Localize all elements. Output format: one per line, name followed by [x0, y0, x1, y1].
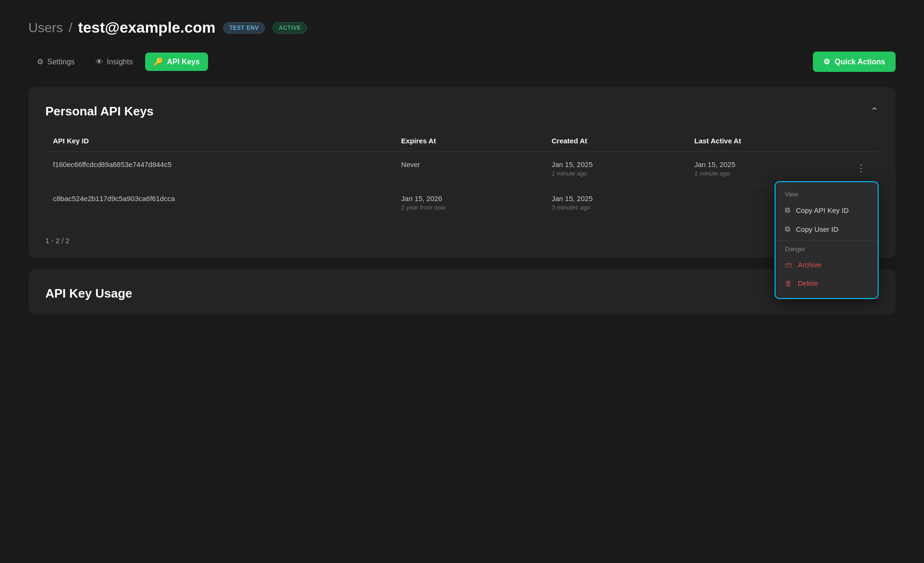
table-row: c8bac524e2b117d9c5a903ca6f61dcca Jan 15,… — [45, 186, 879, 220]
tab-api-keys-label: API Keys — [167, 58, 200, 66]
copy-icon-2: ⧉ — [785, 225, 790, 233]
collapse-button[interactable]: ⌃ — [870, 106, 879, 118]
quick-actions-button[interactable]: ⚙ Quick Actions — [813, 52, 896, 72]
expires-cell: Jan 15, 2026 1 year from now — [393, 186, 544, 220]
status-badge: ACTIVE — [272, 22, 307, 34]
pagination-row: 1 - 2 / 2 › — [45, 227, 879, 245]
copy-api-key-id-label: Copy API Key ID — [796, 206, 849, 214]
page-header: Users / test@example.com TEST ENV ACTIVE — [28, 19, 896, 36]
row-menu-button-1[interactable]: ⋮ — [852, 160, 871, 176]
personal-api-keys-title: Personal API Keys — [45, 104, 154, 119]
api-key-usage-title: API Key Usage — [45, 286, 132, 301]
breadcrumb-parent: Users — [28, 20, 63, 35]
copy-api-key-id-item[interactable]: ⧉ Copy API Key ID — [776, 201, 878, 220]
delete-label: Delete — [798, 279, 818, 287]
table-row: f160ec66ffcdcd89a6853e7447d844c5 Never J… — [45, 152, 879, 186]
created-cell: Jan 15, 2025 3 minutes ago — [544, 186, 687, 220]
context-menu-view-label: View — [776, 188, 878, 201]
api-key-id-cell: f160ec66ffcdcd89a6853e7447d844c5 — [45, 152, 393, 186]
card-header: Personal API Keys ⌃ — [45, 104, 879, 119]
row-menu-cell: ⋮ — [844, 152, 879, 186]
created-cell: Jan 15, 2025 1 minute ago — [544, 152, 687, 186]
env-badge: TEST ENV — [223, 22, 265, 34]
settings-icon: ⚙ — [37, 57, 44, 66]
personal-api-keys-card: Personal API Keys ⌃ API Key ID Expires A… — [28, 87, 896, 258]
delete-item[interactable]: 🗑 Delete — [776, 274, 878, 292]
context-menu-divider — [776, 240, 878, 241]
quick-actions-label: Quick Actions — [835, 58, 885, 66]
archive-icon: 🗃 — [785, 261, 792, 269]
nav-row: ⚙ Settings 👁 Insights 🔑 API Keys ⚙ Quick… — [28, 52, 896, 72]
insights-icon: 👁 — [96, 58, 103, 66]
col-api-key-id: API Key ID — [45, 132, 393, 152]
usage-card-header: API Key Usage ⌄ — [45, 286, 879, 301]
delete-icon: 🗑 — [785, 279, 792, 287]
tab-settings[interactable]: ⚙ Settings — [28, 53, 83, 71]
row-menu-cell-2: ⋮ View ⧉ Copy API Key ID ⧉ Copy User ID — [844, 186, 879, 220]
breadcrumb-separator: / — [69, 20, 72, 35]
archive-label: Archive — [798, 261, 821, 269]
api-keys-icon: 🔑 — [154, 57, 163, 66]
copy-icon-1: ⧉ — [785, 206, 790, 214]
last-active-cell: Jan 15, 2025 1 minute ago — [687, 152, 844, 186]
nav-tabs: ⚙ Settings 👁 Insights 🔑 API Keys — [28, 53, 208, 71]
pagination-text: 1 - 2 / 2 — [45, 237, 70, 245]
api-key-id-cell: c8bac524e2b117d9c5a903ca6f61dcca — [45, 186, 393, 220]
api-key-usage-card: API Key Usage ⌄ — [28, 269, 896, 314]
copy-user-id-item[interactable]: ⧉ Copy User ID — [776, 220, 878, 238]
tab-insights[interactable]: 👁 Insights — [87, 53, 141, 71]
breadcrumb-current: test@example.com — [78, 19, 216, 36]
tab-settings-label: Settings — [47, 58, 75, 66]
col-expires: Expires At — [393, 132, 544, 152]
tab-api-keys[interactable]: 🔑 API Keys — [145, 53, 208, 71]
tab-insights-label: Insights — [107, 58, 133, 66]
expires-cell: Never — [393, 152, 544, 186]
context-menu: View ⧉ Copy API Key ID ⧉ Copy User ID Da… — [775, 181, 879, 299]
quick-actions-icon: ⚙ — [823, 57, 830, 66]
context-menu-danger-label: Danger — [776, 243, 878, 255]
copy-user-id-label: Copy User ID — [796, 225, 838, 233]
breadcrumb: Users / test@example.com — [28, 19, 216, 36]
api-keys-table: API Key ID Expires At Created At Last Ac… — [45, 132, 879, 220]
col-last-active: Last Active At — [687, 132, 844, 152]
col-created: Created At — [544, 132, 687, 152]
archive-item[interactable]: 🗃 Archive — [776, 255, 878, 274]
